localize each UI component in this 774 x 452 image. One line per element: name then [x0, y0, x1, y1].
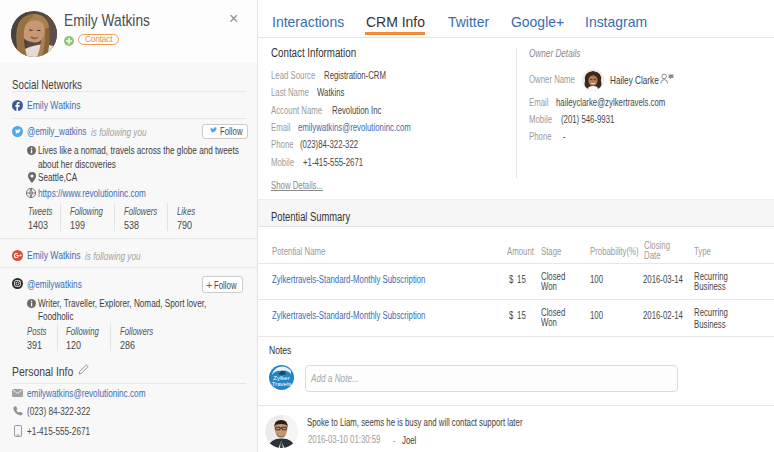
svg-text:Travels: Travels [272, 381, 291, 387]
